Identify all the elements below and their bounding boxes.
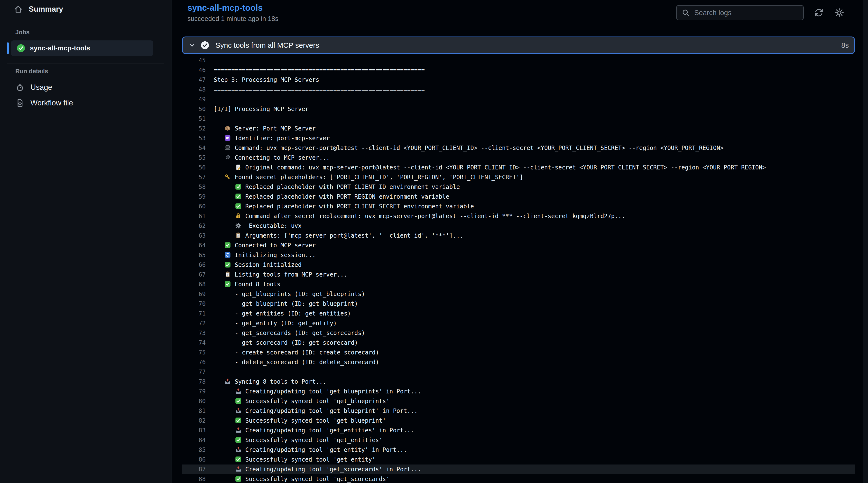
sidebar-section-run-details: Run details	[16, 68, 48, 75]
refresh-button[interactable]	[813, 7, 824, 18]
log-line-number[interactable]: 48	[182, 85, 206, 94]
log-line-number[interactable]: 64	[182, 241, 206, 250]
success-check-circle-icon	[16, 43, 26, 53]
step-duration: 8s	[841, 41, 849, 50]
log-line-number[interactable]: 57	[182, 172, 206, 182]
log-line-number[interactable]: 62	[182, 221, 206, 231]
log-line: 54 Command: uvx mcp-server-port@latest -…	[182, 143, 855, 153]
log-line-number[interactable]: 80	[182, 396, 206, 406]
log-line-number[interactable]: 53	[182, 133, 206, 143]
log-line: 60 Replaced placeholder with PORT_CLIENT…	[182, 202, 855, 211]
log-line-number[interactable]: 86	[182, 455, 206, 464]
log-line-number[interactable]: 87	[182, 464, 206, 474]
log-line-number[interactable]: 68	[182, 279, 206, 289]
log-line-number[interactable]: 51	[182, 114, 206, 124]
log-line: 57 Found secret placeholders: ['PORT_CLI…	[182, 172, 855, 182]
lock-icon	[235, 213, 242, 219]
sidebar-item-summary[interactable]: Summary	[13, 3, 63, 16]
log-line: 82 Successfully synced tool 'get_bluepri…	[182, 416, 855, 426]
log-line: 70 - get_blueprint (ID: get_blueprint)	[182, 299, 855, 309]
package-icon	[224, 125, 231, 132]
log-line-number[interactable]: 46	[182, 65, 206, 75]
log-line-text: Arguments: ['mcp-server-port@latest', '-…	[214, 231, 463, 241]
log-line-number[interactable]: 85	[182, 445, 206, 455]
log-line-number[interactable]: 74	[182, 338, 206, 348]
log-line-number[interactable]: 82	[182, 416, 206, 426]
log-line: 63 Arguments: ['mcp-server-port@latest',…	[182, 231, 855, 241]
log-line-number[interactable]: 84	[182, 435, 206, 445]
laptop-icon	[224, 144, 231, 151]
log-line: 67 Listing tools from MCP server...	[182, 270, 855, 279]
log-line-number[interactable]: 58	[182, 182, 206, 192]
log-line-number[interactable]: 55	[182, 153, 206, 162]
log-line-text: - get_blueprint (ID: get_blueprint)	[214, 299, 358, 309]
sidebar-workflow-file-label: Workflow file	[30, 99, 73, 108]
check-icon	[235, 203, 242, 210]
log-line: 88 Successfully synced tool 'get_scoreca…	[182, 474, 855, 483]
log-line-text: - get_entities (ID: get_entities)	[214, 309, 351, 319]
search-input[interactable]	[694, 8, 798, 17]
outbox-icon	[224, 378, 231, 385]
log-line-number[interactable]: 75	[182, 348, 206, 357]
sidebar-item-job[interactable]: sync-all-mcp-tools	[11, 40, 153, 56]
log-line-number[interactable]: 50	[182, 104, 206, 114]
log-line-text: IDIdentifier: port-mcp-server	[214, 133, 330, 143]
log-line-number[interactable]: 63	[182, 231, 206, 241]
log-line-number[interactable]: 79	[182, 387, 206, 396]
log-line-number[interactable]: 71	[182, 309, 206, 319]
log-line: 79 Creating/updating tool 'get_blueprint…	[182, 387, 855, 396]
log-lines: 4546====================================…	[182, 56, 855, 483]
log-line: 46======================================…	[182, 65, 855, 75]
log-line-number[interactable]: 56	[182, 162, 206, 172]
log-line-text: - delete_scorecard (ID: delete_scorecard…	[214, 357, 379, 367]
log-line-text: Successfully synced tool 'get_blueprints…	[214, 396, 390, 406]
log-line-text: Command after secret replacement: uvx mc…	[214, 211, 625, 221]
log-line-number[interactable]: 54	[182, 143, 206, 153]
log-line-number[interactable]: 67	[182, 270, 206, 279]
run-status-subtitle: succeeded 1 minute ago in 18s	[187, 15, 278, 23]
log-line-text: Original command: uvx mcp-server-port@la…	[214, 162, 766, 172]
search-box[interactable]	[676, 5, 804, 20]
log-line: 48======================================…	[182, 85, 855, 94]
sidebar-item-usage[interactable]: Usage	[16, 81, 52, 94]
log-line: 74 - get_scorecard (ID: get_scorecard)	[182, 338, 855, 348]
id-icon: ID	[224, 134, 231, 142]
log-line-number[interactable]: 70	[182, 299, 206, 309]
page-title[interactable]: sync-all-mcp-tools	[187, 3, 262, 13]
scrollbar-track[interactable]	[863, 0, 868, 483]
log-line: 55 Connecting to MCP server...	[182, 153, 855, 162]
step-header[interactable]: Sync tools from all MCP servers 8s	[182, 36, 855, 54]
log-line: 69 - get_blueprints (ID: get_blueprints)	[182, 289, 855, 299]
log-line-text: Executable: uvx	[214, 221, 302, 231]
log-line-number[interactable]: 47	[182, 75, 206, 85]
log-line-number[interactable]: 69	[182, 289, 206, 299]
sidebar-item-workflow-file[interactable]: Workflow file	[16, 97, 73, 109]
key-icon	[224, 174, 231, 180]
log-line-number[interactable]: 60	[182, 202, 206, 211]
log-line-number[interactable]: 83	[182, 426, 206, 435]
check-icon	[235, 397, 242, 404]
log-line-number[interactable]: 81	[182, 406, 206, 416]
log-line-number[interactable]: 72	[182, 319, 206, 328]
sidebar: Summary Jobs sync-all-mcp-tools Run deta…	[0, 0, 172, 483]
log-line-text: Replaced placeholder with PORT_REGION en…	[214, 192, 450, 202]
step-success-check-icon	[200, 41, 210, 50]
log-line-number[interactable]: 45	[182, 56, 206, 65]
log-line-number[interactable]: 52	[182, 124, 206, 133]
log-line-number[interactable]: 59	[182, 192, 206, 202]
log-line-number[interactable]: 73	[182, 328, 206, 338]
log-line-number[interactable]: 61	[182, 211, 206, 221]
log-line-number[interactable]: 49	[182, 94, 206, 104]
log-line: 64 Connected to MCP server	[182, 241, 855, 250]
log-line-number[interactable]: 78	[182, 377, 206, 387]
log-line-number[interactable]: 88	[182, 474, 206, 483]
log-line-number[interactable]: 66	[182, 260, 206, 270]
log-line-number[interactable]: 76	[182, 357, 206, 367]
check-icon	[235, 193, 242, 200]
log-line-number[interactable]: 65	[182, 250, 206, 260]
chevron-down-icon[interactable]	[188, 41, 196, 49]
gear-icon[interactable]	[834, 7, 845, 18]
log-line-text: Creating/updating tool 'get_blueprints' …	[214, 387, 421, 396]
search-icon	[682, 8, 690, 17]
log-line-number[interactable]: 77	[182, 367, 206, 377]
